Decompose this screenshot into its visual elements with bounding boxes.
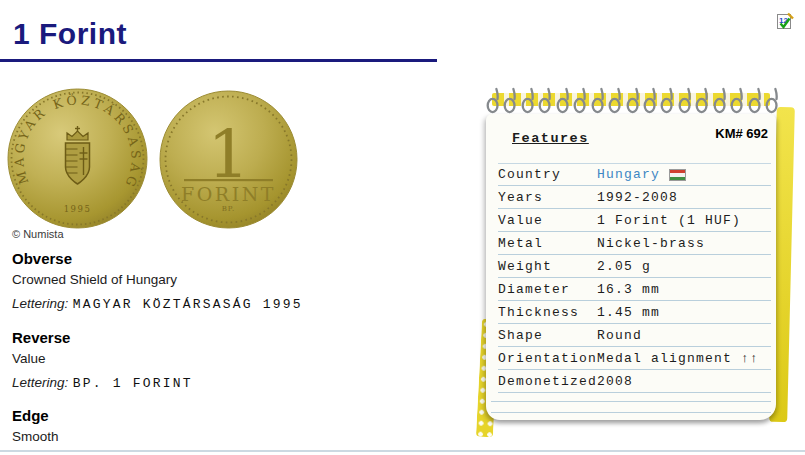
feature-row-value: Value 1 Forint (1 HUF)	[498, 209, 771, 232]
edge-description: Smooth	[12, 429, 59, 444]
edge-section: Edge Smooth	[12, 407, 59, 451]
hungary-flag-icon	[669, 169, 686, 181]
coin-reverse-photo[interactable]: 1 FORINT BP.	[158, 89, 299, 230]
spiral-rings	[486, 87, 778, 119]
feature-label: Thickness	[498, 305, 597, 320]
crowned-shield-of-hungary	[66, 126, 90, 184]
lettering-label: Lettering:	[12, 296, 68, 311]
coin-reverse-denomination: FORINT	[181, 183, 276, 205]
feature-label: Orientation	[498, 351, 597, 366]
reverse-description: Value	[12, 351, 193, 366]
feature-label: Years	[498, 190, 597, 205]
reverse-heading: Reverse	[12, 329, 193, 346]
page-title: 1 Forint	[13, 17, 127, 51]
feature-label: Metal	[498, 236, 597, 251]
obverse-lettering: MAGYAR KÖZTÁRSASÁG 1995	[73, 297, 303, 312]
feature-value: Medal alignment ↑↑	[597, 351, 771, 366]
feature-row-thickness: Thickness 1.45 mm	[498, 301, 771, 324]
reverse-lettering: BP. 1 FORINT	[73, 376, 193, 391]
feature-label: Weight	[498, 259, 597, 274]
feature-row-country: Country Hungary	[498, 163, 771, 186]
feature-label: Value	[498, 213, 597, 228]
coin-reverse-value: 1	[208, 116, 250, 193]
coin-reverse-line	[184, 179, 273, 181]
reverse-section: Reverse Value Lettering: BP. 1 FORINT	[12, 329, 193, 391]
feature-label: Demonetized	[498, 374, 597, 389]
feature-row-years: Years 1992-2008	[498, 186, 771, 209]
edge-heading: Edge	[12, 407, 59, 424]
feature-row-orientation: Orientation Medal alignment ↑↑	[498, 347, 771, 370]
feature-label: Shape	[498, 328, 597, 343]
coin-detail-page: 1 Forint 12 MAGYAR KÖZTÁRSASÁG	[0, 0, 805, 455]
features-heading: Features	[512, 131, 589, 146]
feature-row-shape: Shape Round	[498, 324, 771, 347]
features-table: Country Hungary Years 1992-2008 Value 1 …	[498, 163, 771, 393]
obverse-heading: Obverse	[12, 250, 303, 267]
obverse-section: Obverse Crowned Shield of Hungary Letter…	[12, 250, 303, 312]
country-link[interactable]: Hungary	[597, 167, 660, 182]
obverse-description: Crowned Shield of Hungary	[12, 272, 303, 287]
features-notepad: KM# 692 Features Country Hungary Years 1…	[484, 87, 792, 432]
feature-value: 1 Forint (1 HUF)	[597, 213, 771, 228]
coin-obverse-year: 1995	[64, 204, 92, 214]
feature-row-demonetized: Demonetized 2008	[498, 370, 771, 393]
feature-value: Round	[597, 328, 771, 343]
blank-ruled-lines	[491, 401, 771, 413]
page-bottom-border	[0, 450, 805, 452]
feature-row-diameter: Diameter 16.3 mm	[498, 278, 771, 301]
feature-value: 2.05 g	[597, 259, 771, 274]
feature-label: Diameter	[498, 282, 597, 297]
km-number: KM# 692	[715, 126, 768, 141]
coin-obverse-photo[interactable]: MAGYAR KÖZTÁRSASÁG 1995	[6, 87, 149, 230]
feature-value: 1992-2008	[597, 190, 771, 205]
notepad-paper: KM# 692 Features Country Hungary Years 1…	[486, 114, 776, 420]
feature-label: Country	[498, 167, 597, 182]
feature-row-metal: Metal Nickel-brass	[498, 232, 771, 255]
photo-copyright: © Numista	[12, 228, 64, 240]
feature-row-weight: Weight 2.05 g	[498, 255, 771, 278]
date-check-icon[interactable]: 12	[776, 12, 795, 31]
feature-value: 2008	[597, 374, 771, 389]
lettering-label: Lettering:	[12, 375, 68, 390]
feature-value: 16.3 mm	[597, 282, 771, 297]
feature-value: Nickel-brass	[597, 236, 771, 251]
title-underline	[0, 59, 437, 62]
coin-reverse-mintmark: BP.	[222, 205, 236, 213]
feature-value: 1.45 mm	[597, 305, 771, 320]
